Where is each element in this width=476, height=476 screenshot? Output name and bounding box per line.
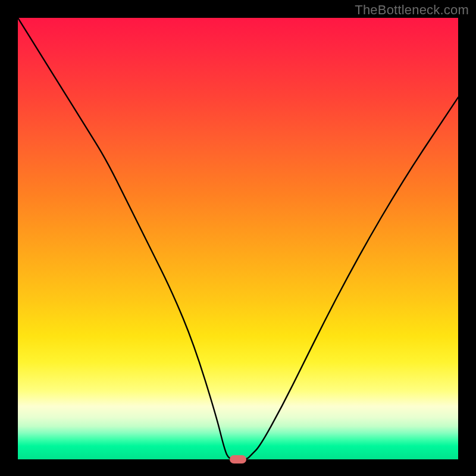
bottleneck-curve	[18, 18, 458, 459]
optimum-marker	[230, 455, 246, 464]
plot-area	[18, 18, 458, 459]
watermark-label: TheBottleneck.com	[355, 2, 469, 18]
chart-frame: TheBottleneck.com	[0, 0, 476, 476]
